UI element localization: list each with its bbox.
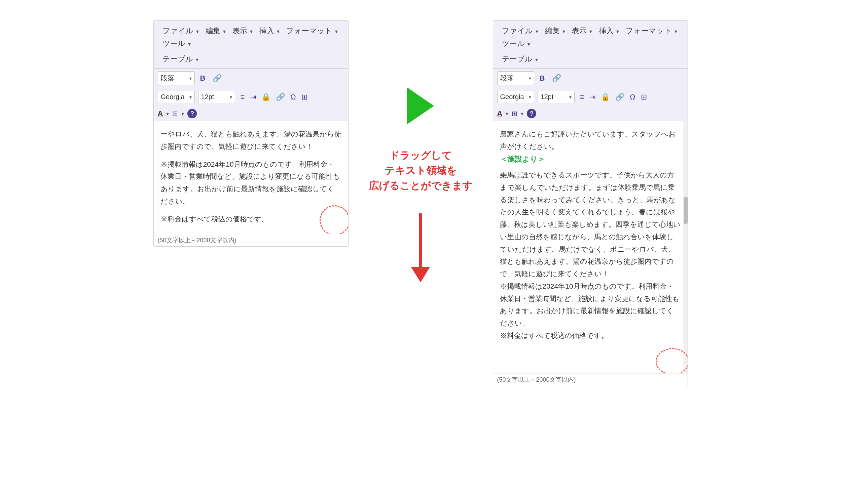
left-editor-wrapper: ーやロバ、犬、猫とも触れあえます。湯の花温泉から徒歩圏内ですので、気軽に遊びに来… xyxy=(154,121,348,246)
right-editor-wrapper: 農家さんにもご好評いただいています。スタッフへお声がけください。 ＜施設より＞ … xyxy=(493,121,688,386)
left-content-p3: ※料金はすべて税込の価格です。 xyxy=(160,213,341,226)
omega-icon-right[interactable]: Ω xyxy=(628,91,637,103)
right-toolbar-row1: 段落 ▾ B 🔗 xyxy=(493,69,688,88)
right-content-p3: ※料金はすべて税込の価格です。 xyxy=(500,330,681,342)
menu-tools-right[interactable]: ツール ▾ xyxy=(499,37,534,50)
left-toolbar-row1: 段落 ▾ B 🔗 xyxy=(154,69,348,88)
right-content-p2: ※掲載情報は2024年10月時点のものです。利用料金・休業日・営業時間など、施設… xyxy=(500,280,681,330)
right-editor-content[interactable]: 農家さんにもご好評いただいています。スタッフへお声がけください。 ＜施設より＞ … xyxy=(493,121,688,373)
left-toolbar-row2: Georgia ▾ 12pt ▾ ≡ ⇥ 🔒 🔗 Ω ⊞ xyxy=(154,88,348,106)
font-select-left[interactable]: Georgia ▾ xyxy=(158,91,195,103)
red-arrow-head xyxy=(411,267,430,282)
menu-edit-left[interactable]: 編集 ▾ xyxy=(202,24,229,37)
menu-format-right[interactable]: フォーマット ▾ xyxy=(622,24,681,37)
table2-icon-left[interactable]: ⊞ xyxy=(299,91,309,103)
annotation-text: ドラッグして テキスト領域を 広げることができます xyxy=(369,148,473,193)
right-toolbar-row2: Georgia ▾ 12pt ▾ ≡ ⇥ 🔒 🔗 Ω ⊞ xyxy=(493,88,688,106)
link-icon-right[interactable]: 🔗 xyxy=(550,73,563,84)
left-editor-footer: (50文字以上～2000文字以内) xyxy=(154,234,348,246)
menu-file-right[interactable]: ファイル ▾ xyxy=(499,24,542,37)
table-button-left[interactable]: ⊞ xyxy=(172,110,178,118)
page-container: ファイル ▾ 編集 ▾ 表示 ▾ 挿入 ▾ フォーマット ▾ ツール ▾ テーブ… xyxy=(0,0,841,504)
red-down-arrow xyxy=(411,213,430,282)
right-content-p0: 農家さんにもご好評いただいています。スタッフへお声がけください。 xyxy=(500,128,681,153)
color-a-button-right[interactable]: A xyxy=(497,109,502,118)
size-select-left[interactable]: 12pt ▾ xyxy=(198,91,235,103)
menu-insert-left[interactable]: 挿入 ▾ xyxy=(256,24,283,37)
lock-icon-left[interactable]: 🔒 xyxy=(259,91,273,103)
align-icon-left[interactable]: ≡ xyxy=(239,91,247,103)
color-a-arrow-left[interactable]: ▾ xyxy=(166,110,169,117)
table-arrow-left[interactable]: ▾ xyxy=(181,110,184,117)
menu-edit-right[interactable]: 編集 ▾ xyxy=(542,24,568,37)
paragraph-select-left[interactable]: 段落 ▾ xyxy=(158,71,195,85)
bold-button-left[interactable]: B xyxy=(198,73,208,84)
help-button-left[interactable]: ? xyxy=(187,109,197,118)
align-icon-right[interactable]: ≡ xyxy=(578,91,586,103)
left-editor-content[interactable]: ーやロバ、犬、猫とも触れあえます。湯の花温泉から徒歩圏内ですので、気軽に遊びに来… xyxy=(154,121,348,234)
right-menu-bar: ファイル ▾ 編集 ▾ 表示 ▾ 挿入 ▾ フォーマット ▾ ツール ▾ テーブ… xyxy=(493,20,688,69)
menu-insert-right[interactable]: 挿入 ▾ xyxy=(596,24,622,37)
table-button-right[interactable]: ⊞ xyxy=(512,110,517,118)
paragraph-select-right[interactable]: 段落 ▾ xyxy=(497,71,534,85)
arrow-section: ドラッグして テキスト領域を 広げることができます xyxy=(369,20,473,282)
green-right-arrow xyxy=(407,87,434,124)
link-icon-left[interactable]: 🔗 xyxy=(210,73,224,84)
left-menu-items: ファイル ▾ 編集 ▾ 表示 ▾ 挿入 ▾ フォーマット ▾ ツール ▾ xyxy=(159,24,343,50)
color-a-arrow-right[interactable]: ▾ xyxy=(505,110,508,117)
omega-icon-left[interactable]: Ω xyxy=(288,91,298,103)
menu-tools-left[interactable]: ツール ▾ xyxy=(159,37,194,50)
menu-table-right[interactable]: テーブル ▾ xyxy=(499,53,541,65)
left-menu-bar: ファイル ▾ 編集 ▾ 表示 ▾ 挿入 ▾ フォーマット ▾ ツール ▾ テーブ… xyxy=(154,20,348,69)
scrollbar-thumb-right[interactable] xyxy=(684,197,688,224)
right-content-p1: 乗馬は誰でもできるスポーツです。子供から大人の方まで楽しんでいただけます。まずは… xyxy=(500,169,681,280)
left-content-p2: ※掲載情報は2024年10月時点のものです。利用料金・休業日・営業時間など、施設… xyxy=(160,158,341,208)
right-editor-footer: (50文字以上～2000文字以内) xyxy=(493,373,688,386)
menu-table-left[interactable]: テーブル ▾ xyxy=(159,53,202,65)
indent-icon-left[interactable]: ⇥ xyxy=(248,91,258,103)
right-content-heading: ＜施設より＞ xyxy=(500,153,681,166)
indent-icon-right[interactable]: ⇥ xyxy=(587,91,598,103)
dashed-circle-right xyxy=(656,348,688,373)
size-select-right[interactable]: 12pt ▾ xyxy=(537,91,574,103)
right-menu-items: ファイル ▾ 編集 ▾ 表示 ▾ 挿入 ▾ フォーマット ▾ ツール ▾ xyxy=(499,24,682,50)
table2-icon-right[interactable]: ⊞ xyxy=(639,91,649,103)
format-icons-left: ≡ ⇥ 🔒 🔗 Ω ⊞ xyxy=(239,91,309,103)
link2-icon-right[interactable]: 🔗 xyxy=(613,91,627,103)
menu-view-left[interactable]: 表示 ▾ xyxy=(229,24,256,37)
lock-icon-right[interactable]: 🔒 xyxy=(599,91,612,103)
scrollbar-track-right[interactable] xyxy=(684,121,688,373)
font-select-right[interactable]: Georgia ▾ xyxy=(497,91,534,103)
red-arrow-shaft xyxy=(419,213,422,267)
help-button-right[interactable]: ? xyxy=(527,109,536,118)
bold-button-right[interactable]: B xyxy=(537,73,547,84)
right-editor-panel: ファイル ▾ 編集 ▾ 表示 ▾ 挿入 ▾ フォーマット ▾ ツール ▾ テーブ… xyxy=(493,20,688,386)
left-toolbar-row3: A ▾ ⊞ ▾ ? xyxy=(154,106,348,121)
menu-format-left[interactable]: フォーマット ▾ xyxy=(283,24,341,37)
left-content-p1: ーやロバ、犬、猫とも触れあえます。湯の花温泉から徒歩圏内ですので、気軽に遊びに来… xyxy=(160,128,341,153)
color-a-button-left[interactable]: A xyxy=(158,109,163,118)
link2-icon-left[interactable]: 🔗 xyxy=(274,91,287,103)
left-editor-panel: ファイル ▾ 編集 ▾ 表示 ▾ 挿入 ▾ フォーマット ▾ ツール ▾ テーブ… xyxy=(153,20,348,247)
table-arrow-right[interactable]: ▾ xyxy=(521,110,524,117)
format-icons-right: ≡ ⇥ 🔒 🔗 Ω ⊞ xyxy=(578,91,649,103)
right-toolbar-row3: A ▾ ⊞ ▾ ? xyxy=(493,106,688,121)
menu-view-right[interactable]: 表示 ▾ xyxy=(568,24,596,37)
menu-file-left[interactable]: ファイル ▾ xyxy=(159,24,202,37)
